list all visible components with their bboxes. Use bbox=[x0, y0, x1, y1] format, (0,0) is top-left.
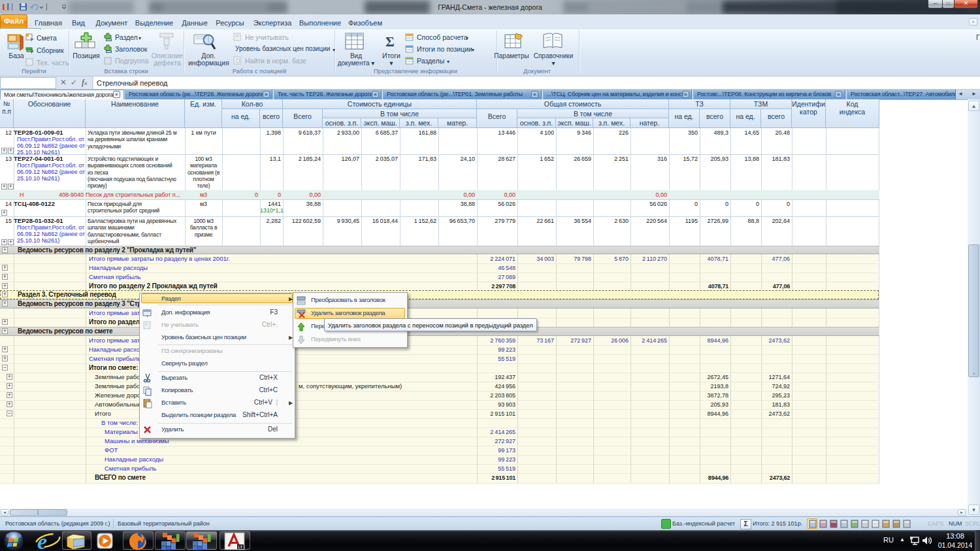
svg-text:LT: LT bbox=[238, 545, 243, 549]
svg-text:e: e bbox=[37, 530, 47, 551]
svg-text:Σ: Σ bbox=[385, 34, 395, 50]
